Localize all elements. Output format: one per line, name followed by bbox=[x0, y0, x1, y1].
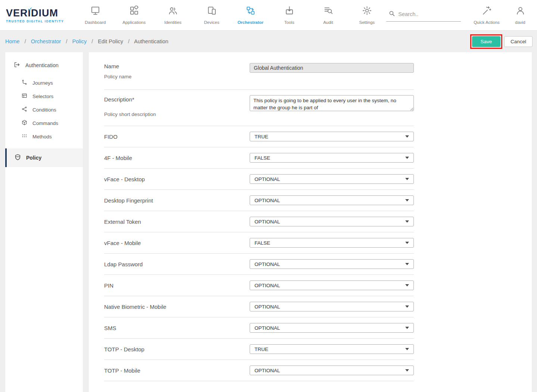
checkmark-icon bbox=[27, 6, 32, 13]
grid-icon bbox=[129, 6, 139, 17]
select-value: OPTIONAL bbox=[255, 283, 280, 288]
totp-desktop-select[interactable]: TRUE bbox=[250, 344, 414, 354]
description-sublabel: Policy short description bbox=[104, 112, 250, 117]
page-actions: Save Cancel bbox=[470, 34, 533, 49]
name-label: Name bbox=[104, 63, 250, 69]
nav-item-orchestrator[interactable]: Orchestrator bbox=[231, 0, 270, 30]
nav-item-applications[interactable]: Applications bbox=[115, 0, 153, 30]
breadcrumb-separator: / bbox=[66, 38, 67, 44]
user-menu[interactable]: david bbox=[503, 0, 537, 30]
user-avatar-icon bbox=[515, 6, 525, 17]
form-row-sms: SMS OPTIONAL bbox=[104, 317, 414, 338]
nav-item-devices[interactable]: Devices bbox=[192, 0, 231, 30]
breadcrumb-policy[interactable]: Policy bbox=[72, 38, 87, 44]
vface-mobile-select[interactable]: FALSE bbox=[250, 238, 414, 248]
breadcrumb: Home / Orchestrator / Policy / Edit Poli… bbox=[5, 38, 168, 44]
form-row-description: Description* Policy short description Th… bbox=[104, 90, 414, 126]
route-icon bbox=[21, 79, 28, 87]
nav-item-identities[interactable]: Identities bbox=[153, 0, 192, 30]
cancel-button[interactable]: Cancel bbox=[504, 36, 533, 47]
sidebar-item-label: Selectors bbox=[32, 94, 53, 99]
nav-label: Identities bbox=[164, 20, 181, 25]
policy-description-textarea[interactable]: This policy is going to be applied to ev… bbox=[250, 95, 414, 111]
nav-label: Applications bbox=[122, 20, 146, 25]
login-icon bbox=[13, 61, 21, 69]
sidebar-item-commands[interactable]: Commands bbox=[5, 116, 83, 130]
chevron-down-icon bbox=[405, 348, 409, 350]
form-row-vface-mobile: vFace - Mobile FALSE bbox=[104, 232, 414, 253]
nav-label: Audit bbox=[323, 20, 333, 25]
select-value: OPTIONAL bbox=[255, 219, 280, 225]
brand-tagline: TRUSTED DIGITAL IDENTITY bbox=[6, 19, 76, 23]
sidebar-item-label: Conditions bbox=[32, 107, 56, 113]
sidebar-item-journeys[interactable]: Journeys bbox=[5, 76, 83, 90]
form-row-4f-mobile: 4F - Mobile FALSE bbox=[104, 147, 414, 168]
quick-actions-button[interactable]: Quick Actions bbox=[470, 0, 503, 30]
breadcrumb-orchestrator[interactable]: Orchestrator bbox=[31, 38, 61, 44]
policy-name-input[interactable] bbox=[250, 63, 414, 73]
chevron-down-icon bbox=[405, 327, 409, 329]
chevron-down-icon bbox=[405, 199, 409, 201]
chevron-down-icon bbox=[405, 242, 409, 244]
totp-mobile-select[interactable]: OPTIONAL bbox=[250, 366, 414, 375]
search-input[interactable] bbox=[398, 11, 458, 17]
form-row-external-token: External Token OPTIONAL bbox=[104, 211, 414, 232]
nav-label: Devices bbox=[204, 20, 219, 25]
shield-icon bbox=[14, 154, 21, 162]
top-navigation: VERIDIUM TRUSTED DIGITAL IDENTITY Dashbo… bbox=[0, 0, 537, 31]
chevron-down-icon bbox=[405, 305, 409, 308]
sidebar-item-methods[interactable]: Methods bbox=[5, 130, 83, 143]
form-row-native-biometric-mobile: Native Biometric - Mobile OPTIONAL bbox=[104, 296, 414, 317]
pin-select[interactable]: OPTIONAL bbox=[250, 280, 414, 290]
quick-actions-label: Quick Actions bbox=[474, 20, 500, 25]
sidebar-item-label: Journeys bbox=[32, 80, 53, 86]
form-row-pin: PIN OPTIONAL bbox=[104, 275, 414, 296]
nav-item-tools[interactable]: Tools bbox=[270, 0, 309, 30]
sidebar-item-authentication[interactable]: Authentication bbox=[5, 57, 83, 73]
nav-item-audit[interactable]: Audit bbox=[309, 0, 347, 30]
save-highlight-box: Save bbox=[470, 34, 502, 49]
nav-item-dashboard[interactable]: Dashboard bbox=[76, 0, 115, 30]
breadcrumb-separator: / bbox=[25, 38, 26, 44]
sidebar-item-policy[interactable]: Policy bbox=[5, 148, 83, 167]
desktop-fingerprint-select[interactable]: OPTIONAL bbox=[250, 195, 414, 205]
form-row-totp-mobile: TOTP - Mobile OPTIONAL bbox=[104, 360, 414, 381]
form-row-fido: FIDO TRUE bbox=[104, 126, 414, 147]
breadcrumb-authentication: Authentication bbox=[134, 38, 168, 44]
monitor-icon bbox=[90, 6, 100, 17]
chevron-down-icon bbox=[405, 263, 409, 265]
user-name-label: david bbox=[515, 20, 525, 25]
vface-desktop-select[interactable]: OPTIONAL bbox=[250, 174, 414, 184]
branch-icon bbox=[21, 106, 28, 113]
ldap-password-select[interactable]: OPTIONAL bbox=[250, 259, 414, 269]
chevron-down-icon bbox=[405, 284, 409, 286]
sidebar-item-conditions[interactable]: Conditions bbox=[5, 103, 83, 116]
nav-item-settings[interactable]: Settings bbox=[347, 0, 386, 30]
field-label: Ldap Password bbox=[104, 261, 250, 267]
field-label: Native Biometric - Mobile bbox=[104, 304, 250, 310]
tools-icon bbox=[284, 6, 294, 17]
field-label: TOTP - Mobile bbox=[104, 367, 250, 374]
fido-select[interactable]: TRUE bbox=[250, 132, 414, 141]
nav-label: Orchestrator bbox=[237, 20, 263, 25]
select-value: TRUE bbox=[255, 134, 268, 139]
gear-icon bbox=[362, 6, 372, 17]
form-row-desktop-fingerprint: Desktop Fingerprint OPTIONAL bbox=[104, 190, 414, 211]
save-button[interactable]: Save bbox=[472, 36, 500, 47]
brand-logo[interactable]: VERIDIUM TRUSTED DIGITAL IDENTITY bbox=[0, 0, 76, 30]
native-biometric-mobile-select[interactable]: OPTIONAL bbox=[250, 302, 414, 311]
sidebar-item-label: Authentication bbox=[25, 62, 59, 68]
breadcrumb-home[interactable]: Home bbox=[5, 38, 20, 44]
dots-icon bbox=[21, 133, 28, 140]
4f-mobile-select[interactable]: FALSE bbox=[250, 153, 414, 163]
field-label: FIDO bbox=[104, 134, 250, 140]
breadcrumb-bar: Home / Orchestrator / Policy / Edit Poli… bbox=[0, 31, 537, 52]
form-row-totp-desktop: TOTP - Desktop TRUE bbox=[104, 339, 414, 360]
main-nav: Dashboard Applications Identities Device… bbox=[76, 0, 386, 30]
sms-select[interactable]: OPTIONAL bbox=[250, 323, 414, 333]
field-label: PIN bbox=[104, 282, 250, 289]
sidebar-item-selectors[interactable]: Selectors bbox=[5, 90, 83, 103]
external-token-select[interactable]: OPTIONAL bbox=[250, 217, 414, 226]
sidebar-item-label: Commands bbox=[32, 120, 58, 126]
field-label: External Token bbox=[104, 219, 250, 225]
